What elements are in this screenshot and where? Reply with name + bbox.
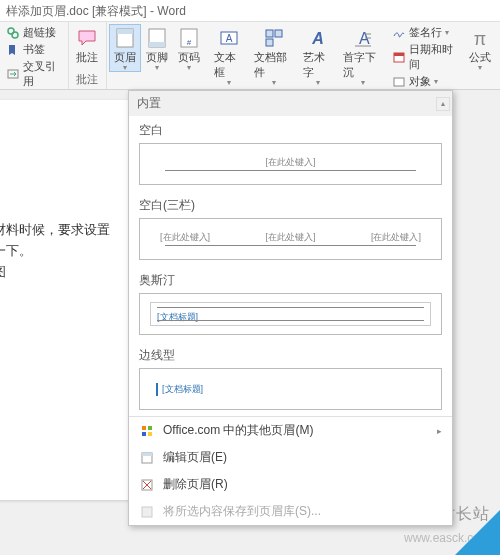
doc-text-line: 些材料时候，要求设置 <box>0 220 118 241</box>
comment-icon <box>76 27 98 49</box>
gallery-item-label: 边线型 <box>139 347 442 364</box>
scroll-up-icon[interactable]: ▴ <box>436 97 450 111</box>
remove-header-icon <box>139 477 155 493</box>
hyperlink-button[interactable]: 超链接 <box>4 24 64 41</box>
signature-icon <box>392 26 406 40</box>
header-button[interactable]: 页眉 ▾ <box>109 24 141 72</box>
wordart-icon: A <box>307 27 329 49</box>
object-button[interactable]: 对象 ▾ <box>390 73 460 90</box>
gallery-item-blank[interactable]: 空白 [在此处键入] <box>129 116 452 191</box>
chevron-right-icon: ▸ <box>437 426 442 436</box>
comment-button[interactable]: 批注 <box>71 24 103 66</box>
edit-header-icon <box>139 450 155 466</box>
svg-point-1 <box>12 32 18 38</box>
placeholder-text: [文档标题] <box>157 311 198 324</box>
gallery-item-austin[interactable]: 奥斯汀 [文档标题] <box>129 266 452 341</box>
gallery-item-label: 空白 <box>139 122 442 139</box>
chevron-down-icon: ▾ <box>478 65 482 71</box>
crossref-icon <box>6 67 20 81</box>
gallery-item-label: 奥斯汀 <box>139 272 442 289</box>
hyperlink-label: 超链接 <box>23 25 56 40</box>
svg-rect-13 <box>266 39 273 46</box>
ribbon: 超链接 书签 交叉引用 批注 批注 页眉 ▾ <box>0 22 500 90</box>
object-label: 对象 <box>409 74 431 89</box>
sigline-label: 签名行 <box>409 25 442 40</box>
gallery-item-blank3[interactable]: 空白(三栏) [在此处键入] [在此处键入] [在此处键入] <box>129 191 452 266</box>
doc-text-line: 绍一下。 <box>0 241 118 262</box>
gallery-preview: [文档标题] <box>139 368 442 410</box>
office-icon <box>139 423 155 439</box>
menuitem-label: 删除页眉(R) <box>163 476 228 493</box>
textbox-label: 文本框 <box>214 50 244 80</box>
chevron-down-icon: ▾ <box>227 80 231 86</box>
svg-text:#: # <box>187 38 192 47</box>
wordart-label: 艺术字 <box>303 50 333 80</box>
equation-icon: π <box>469 27 491 49</box>
comments-group-label: 批注 <box>76 72 98 89</box>
header-gallery-dropdown: 内置 空白 [在此处键入] 空白(三栏) [在此处键入] [在此处键入] [在此… <box>128 90 453 526</box>
bookmark-button[interactable]: 书签 <box>4 41 64 58</box>
textbox-button[interactable]: A 文本框 ▾ <box>209 24 249 87</box>
pagenum-button[interactable]: # 页码 ▾ <box>173 24 205 72</box>
equation-button[interactable]: π 公式 ▾ <box>464 24 496 72</box>
datetime-icon <box>392 50 406 64</box>
header-icon <box>114 27 136 49</box>
pagenum-icon: # <box>178 27 200 49</box>
svg-rect-24 <box>148 426 152 430</box>
gallery-item-sideline[interactable]: 边线型 [文档标题] <box>129 341 452 416</box>
gallery-section-builtin: 内置 <box>129 91 452 116</box>
textbox-icon: A <box>218 27 240 49</box>
dropcap-button[interactable]: A 首字下沉 ▾ <box>338 24 388 87</box>
gallery-scrollbar[interactable]: ▴ <box>436 97 450 425</box>
sigline-button[interactable]: 签名行 ▾ <box>390 24 460 41</box>
edit-header-button[interactable]: 编辑页眉(E) <box>129 444 452 471</box>
dropcap-label: 首字下沉 <box>343 50 383 80</box>
chevron-down-icon: ▾ <box>361 80 365 86</box>
document-page[interactable]: 些材料时候，要求设置 绍一下。 如图 <box>0 100 130 500</box>
object-icon <box>392 75 406 89</box>
save-to-gallery-button: 将所选内容保存到页眉库(S)... <box>129 498 452 525</box>
chevron-down-icon: ▾ <box>155 65 159 71</box>
bookmark-icon <box>6 43 20 57</box>
chevron-down-icon: ▾ <box>123 65 127 71</box>
title-bar: 样添加页眉.doc [兼容模式] - Word <box>0 0 500 22</box>
menuitem-label: 编辑页眉(E) <box>163 449 227 466</box>
wordart-button[interactable]: A 艺术字 ▾ <box>298 24 338 87</box>
crossref-label: 交叉引用 <box>23 59 62 89</box>
svg-rect-11 <box>266 30 273 37</box>
parts-label: 文档部件 <box>254 50 294 80</box>
svg-text:A: A <box>225 33 232 44</box>
save-gallery-icon <box>139 504 155 520</box>
parts-icon <box>263 27 285 49</box>
chevron-down-icon: ▾ <box>316 80 320 86</box>
svg-rect-20 <box>394 53 404 56</box>
svg-rect-28 <box>142 453 152 456</box>
placeholder-text: [在此处键入] <box>371 231 421 244</box>
svg-rect-21 <box>394 78 404 86</box>
more-from-office-button[interactable]: Office.com 中的其他页眉(M) ▸ <box>129 417 452 444</box>
svg-rect-12 <box>275 30 282 37</box>
gallery-item-label: 空白(三栏) <box>139 197 442 214</box>
corner-decoration <box>455 510 500 555</box>
menuitem-label: Office.com 中的其他页眉(M) <box>163 422 313 439</box>
dropcap-icon: A <box>352 27 374 49</box>
gallery-preview: [在此处键入] [在此处键入] [在此处键入] <box>139 218 442 260</box>
doc-text-line: 如图 <box>0 262 118 283</box>
comment-label: 批注 <box>76 50 98 65</box>
remove-header-button[interactable]: 删除页眉(R) <box>129 471 452 498</box>
svg-rect-26 <box>148 432 152 436</box>
svg-rect-23 <box>142 426 146 430</box>
svg-rect-25 <box>142 432 146 436</box>
footer-button[interactable]: 页脚 ▾ <box>141 24 173 72</box>
gallery-preview: [文档标题] <box>139 293 442 335</box>
crossref-button[interactable]: 交叉引用 <box>4 58 64 90</box>
placeholder-text: [在此处键入] <box>265 156 315 169</box>
chevron-down-icon: ▾ <box>272 80 276 86</box>
parts-button[interactable]: 文档部件 ▾ <box>249 24 299 87</box>
datetime-button[interactable]: 日期和时间 <box>390 41 460 73</box>
placeholder-text: [文档标题] <box>156 383 203 396</box>
hyperlink-icon <box>6 26 20 40</box>
bookmark-label: 书签 <box>23 42 45 57</box>
placeholder-text: [在此处键入] <box>160 231 210 244</box>
svg-text:π: π <box>474 29 486 49</box>
